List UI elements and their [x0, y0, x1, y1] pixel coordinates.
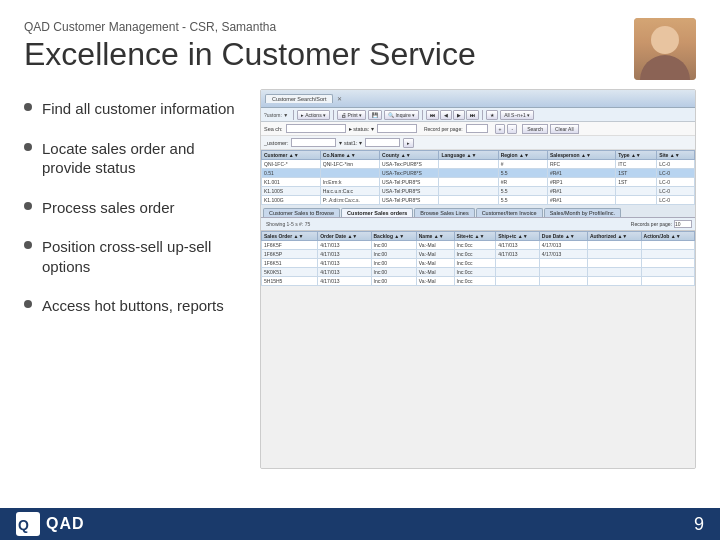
col-authorized: Authorized ▲▼ — [587, 232, 641, 241]
rpp-select[interactable] — [466, 124, 488, 133]
lower-rpp-select[interactable]: 10 — [674, 220, 692, 228]
cell-coname — [320, 169, 379, 178]
tab-customer-sales-orders[interactable]: Customer Sales orders — [341, 208, 413, 217]
cell-ship — [496, 277, 540, 286]
slide: QAD Customer Management - CSR, Samantha … — [0, 0, 720, 540]
cell-salesperson: #R#1 — [547, 187, 615, 196]
cell-region: # — [498, 160, 547, 169]
table-row[interactable]: 5H15H5 4/17/013 Inc:00 Va:-Mal Inc:0cc — [262, 277, 695, 286]
title-section: QAD Customer Management - CSR, Samantha … — [24, 18, 696, 89]
table-row[interactable]: 1F6K5F 4/17/013 Inc:00 Va:-Mal Inc:0cc 4… — [262, 241, 695, 250]
status-label: ▸ status: ▾ — [349, 126, 374, 132]
qad-text: QAD — [46, 515, 85, 533]
cell-ship: 4/17/013 — [496, 241, 540, 250]
cell-backlog: Inc:00 — [371, 277, 416, 286]
cell-language — [439, 160, 498, 169]
table-row[interactable]: 1F6K51 4/17/013 Inc:00 Va:-Mal Inc:0cc — [262, 259, 695, 268]
cell-job — [641, 277, 694, 286]
cell-due: 4/17/013 — [539, 250, 587, 259]
col-type: Type ▲▼ — [616, 151, 657, 160]
cell-name: Va:-Mal — [416, 268, 454, 277]
col-name: Name ▲▼ — [416, 232, 454, 241]
status-select[interactable] — [377, 124, 417, 133]
cell-job — [641, 268, 694, 277]
cell-site: LC-0 — [657, 196, 695, 205]
customer-filter-input[interactable] — [291, 138, 336, 147]
print-button[interactable]: 🖨 Print ▾ — [337, 110, 366, 120]
table-row[interactable]: 5K0K51 4/17/013 Inc:00 Va:-Mal Inc:0cc — [262, 268, 695, 277]
avatar-face — [634, 18, 696, 80]
cell-name: Va:-Mal — [416, 277, 454, 286]
tab-sales-month-profile[interactable]: Sales/Month by Profile/Inc. — [544, 208, 621, 217]
table-row[interactable]: 0.51 USA-Tex:PUR8*S 5.5 #R#1 1ST LC-0 — [262, 169, 695, 178]
cell-region: 5.5 — [498, 169, 547, 178]
cell-site: Inc:0cc — [454, 250, 496, 259]
cell-region: 5.5 — [498, 196, 547, 205]
cell-site: Inc:0cc — [454, 268, 496, 277]
minus-button[interactable]: - — [507, 124, 517, 134]
cell-due — [539, 277, 587, 286]
app-toolbar-1: ?ustom: ▼ ▸ Actions ▾ 🖨 Print ▾ 💾 🔍 Inqu… — [261, 108, 695, 122]
inquire-button[interactable]: 🔍 Inquire ▾ — [384, 110, 419, 120]
apply-filter-button[interactable]: ▸ — [403, 138, 414, 148]
nav-first[interactable]: ⏮ — [426, 110, 439, 120]
filter-row: _ustomer: ▾ stat1: ▾ ▸ — [261, 136, 695, 150]
cell-site: Inc:0cc — [454, 277, 496, 286]
clear-all-button[interactable]: Clear All — [550, 124, 579, 134]
close-tab-icon[interactable]: ✕ — [337, 95, 342, 102]
cell-backlog: Inc:00 — [371, 250, 416, 259]
customer-filter-label: _ustomer: — [264, 140, 288, 146]
cell-customer: K1.001 — [262, 178, 321, 187]
cell-coname: Ha:c.u.n:Ca:c — [320, 187, 379, 196]
avatar — [634, 18, 696, 80]
subtitle: QAD Customer Management - CSR, Samantha — [24, 18, 634, 34]
cell-name: Va:-Mal — [416, 250, 454, 259]
stat-select[interactable] — [365, 138, 400, 147]
col-coname: Co.Name ▲▼ — [320, 151, 379, 160]
content-area: Find all customer information Locate sal… — [24, 89, 696, 469]
main-title: Excellence in Customer Service — [24, 36, 634, 73]
table-row[interactable]: K1.100S Ha:c.u.n:Ca:c USA-Tel:PUR8*S 5.5… — [262, 187, 695, 196]
tab-customer-sales-browse[interactable]: Customer Sales to Browse — [263, 208, 340, 217]
cell-language — [439, 169, 498, 178]
nav-next[interactable]: ▶ — [453, 110, 465, 120]
cell-name: Va:-Mal — [416, 259, 454, 268]
cell-type: ITC — [616, 160, 657, 169]
bullets-list: Find all customer information Locate sal… — [24, 89, 244, 469]
cell-county: USA-Tel:PUR8*S — [380, 196, 439, 205]
tab-customer-item-invoice[interactable]: Customer/Item Invoice — [476, 208, 543, 217]
table-row[interactable]: K1.100G P:.A:di:m:Ca:c.s. USA-Tel:PUR8*S… — [262, 196, 695, 205]
col-site: Site ▲▼ — [657, 151, 695, 160]
cell-job — [641, 259, 694, 268]
nav-prev[interactable]: ◀ — [440, 110, 452, 120]
lower-table-container: Sales Order ▲▼ Order Date ▲▼ Backlog ▲▼ … — [261, 231, 695, 286]
cell-auth — [587, 250, 641, 259]
cell-ship: 4/17/013 — [496, 250, 540, 259]
star-button[interactable]: ★ — [486, 110, 498, 120]
cell-backlog: Inc:00 — [371, 241, 416, 250]
cell-type — [616, 187, 657, 196]
cell-customer: 0.51 — [262, 169, 321, 178]
fav-button[interactable]: All S~n+1 ▾ — [500, 110, 534, 120]
table-row[interactable]: 1F6K5P 4/17/013 Inc:00 Va:-Mal Inc:0cc 4… — [262, 250, 695, 259]
search-button[interactable]: Search — [522, 124, 548, 134]
separator — [422, 110, 423, 120]
bottom-bar: Q QAD 9 — [0, 508, 720, 540]
bullet-text: Process sales order — [42, 198, 175, 218]
bullet-text: Find all customer information — [42, 99, 235, 119]
app-tab-customer-search[interactable]: Customer Search/Sort — [265, 94, 333, 103]
search-input[interactable] — [286, 124, 346, 133]
table-row[interactable]: QNI-1FC-* QNI-1FC-*inn USA-Tex:PUR8*S # … — [262, 160, 695, 169]
cell-so: 1F6K5P — [262, 250, 318, 259]
bullet-dot — [24, 241, 32, 249]
plus-button[interactable]: + — [495, 124, 506, 134]
bullet-text: Locate sales order and provide status — [42, 139, 244, 178]
nav-last[interactable]: ⏭ — [466, 110, 479, 120]
table-row[interactable]: K1.001 In:Erm:k USA-Tel:PUR8*S #R #RP1 1… — [262, 178, 695, 187]
cell-customer: K1.100S — [262, 187, 321, 196]
actions-button[interactable]: ▸ Actions ▾ — [297, 110, 330, 120]
col-orderdate: Order Date ▲▼ — [318, 232, 371, 241]
tab-browse-sales-lines[interactable]: Browse Sales Lines — [414, 208, 474, 217]
save-button[interactable]: 💾 — [368, 110, 382, 120]
cell-due — [539, 268, 587, 277]
